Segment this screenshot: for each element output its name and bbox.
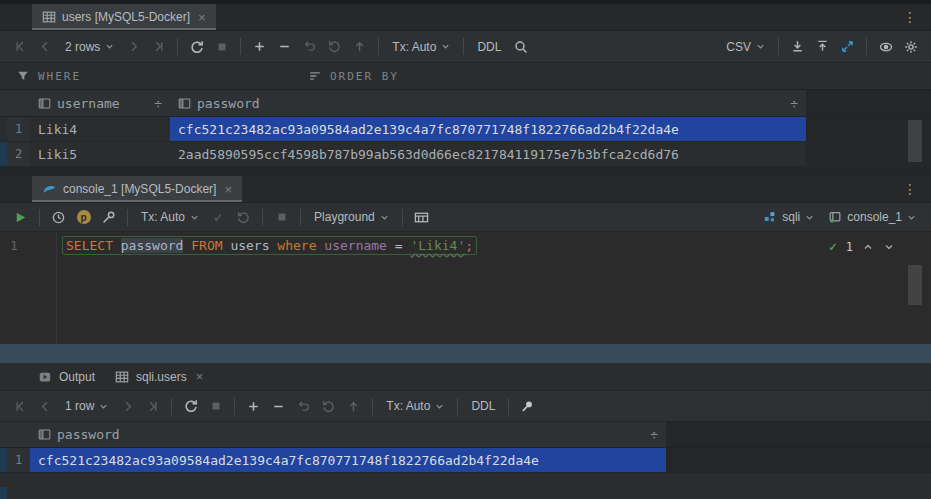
view-options-icon[interactable] [873, 35, 898, 59]
cell-username[interactable]: Liki4 [30, 117, 170, 141]
inspection-widget[interactable]: ✓✓ 1 [829, 239, 895, 254]
row-number[interactable]: 1 [7, 448, 30, 472]
compare-data-icon[interactable] [835, 35, 860, 59]
vertical-scrollbar-thumb[interactable] [908, 265, 922, 305]
close-icon[interactable]: × [196, 370, 204, 383]
prev-problem-chevron-icon[interactable] [862, 241, 874, 253]
column-header-password[interactable]: password ÷ [30, 422, 666, 447]
line-number: 1 [10, 238, 18, 253]
ddl-label: DDL [477, 40, 501, 54]
submit-icon[interactable] [341, 394, 366, 418]
cell-password[interactable]: 2aad5890595ccf4598b787b99ab563d0d66ec821… [170, 142, 806, 166]
stop-icon[interactable] [203, 394, 228, 418]
pin-tab-icon[interactable] [515, 394, 540, 418]
row-marker [0, 487, 7, 499]
row-number[interactable]: 2 [7, 142, 30, 166]
where-filter[interactable]: WHERE [0, 69, 81, 83]
toolbar-separator [463, 38, 464, 55]
stop-icon[interactable] [209, 35, 234, 59]
last-page-button[interactable] [140, 394, 165, 418]
kebab-menu-icon[interactable]: ⋮ [903, 9, 917, 25]
add-row-button[interactable] [241, 394, 266, 418]
ddl-button[interactable]: DDL [464, 394, 502, 418]
sql-token: ; [465, 238, 473, 253]
cell-password-selected[interactable]: cfc521c23482ac93a09584ad2e139c4a7fc87077… [30, 448, 666, 472]
tx-mode-dropdown[interactable]: Tx: Auto [385, 35, 457, 59]
chevron-down-icon [756, 42, 765, 51]
column-label: password [57, 427, 120, 442]
undo-icon[interactable] [291, 394, 316, 418]
revert-icon[interactable] [316, 394, 341, 418]
ddl-button[interactable]: DDL [470, 35, 508, 59]
next-page-button[interactable] [121, 35, 146, 59]
column-header-username[interactable]: username ÷ [30, 90, 170, 116]
next-page-button[interactable] [115, 394, 140, 418]
tab-underline [32, 200, 242, 202]
chevron-down-icon [380, 213, 389, 222]
settings-gear-icon[interactable] [898, 35, 923, 59]
tx-mode-dropdown[interactable]: Tx: Auto [379, 394, 451, 418]
revert-icon[interactable] [322, 35, 347, 59]
tx-mode-label: Tx: Auto [141, 210, 185, 224]
grid-corner[interactable] [0, 90, 30, 116]
undo-icon[interactable] [297, 35, 322, 59]
cell-password-selected[interactable]: cfc521c23482ac93a09584ad2e139c4a7fc87077… [170, 117, 806, 141]
cell-username[interactable]: Liki5 [30, 142, 170, 166]
history-clock-icon[interactable] [46, 205, 71, 229]
schema-dropdown[interactable]: sqli [756, 205, 821, 229]
rows-count-dropdown[interactable]: 2 rows [58, 35, 121, 59]
import-data-icon[interactable] [785, 35, 810, 59]
first-page-button[interactable] [8, 394, 33, 418]
export-format-dropdown[interactable]: CSV [719, 35, 772, 59]
console-toolbar: p Tx: Auto ✓ Playground sqli console_1 [0, 203, 931, 232]
last-page-button[interactable] [146, 35, 171, 59]
chevron-down-icon [105, 42, 114, 51]
first-page-button[interactable] [8, 35, 33, 59]
delete-row-button[interactable] [266, 394, 291, 418]
tab-result-grid[interactable]: sqli.users × [107, 363, 218, 390]
stop-icon[interactable] [269, 205, 294, 229]
close-icon[interactable]: × [198, 11, 206, 24]
kebab-menu-icon[interactable]: ⋮ [903, 181, 917, 197]
console-session-icon [828, 210, 842, 224]
row-marker [0, 142, 7, 166]
tab-output[interactable]: Output [30, 363, 103, 390]
column-icon [178, 97, 191, 110]
parameters-badge-icon[interactable]: p [71, 205, 96, 229]
grid-corner[interactable] [0, 422, 30, 447]
submit-icon[interactable] [347, 35, 372, 59]
reload-data-icon[interactable] [184, 35, 209, 59]
next-problem-chevron-icon[interactable] [883, 241, 895, 253]
where-label: WHERE [38, 70, 81, 83]
output-layout-icon[interactable] [409, 205, 434, 229]
previous-page-button[interactable] [33, 35, 58, 59]
delete-row-button[interactable] [272, 35, 297, 59]
sql-statement: SELECT password FROM users where usernam… [62, 236, 477, 255]
session-dropdown[interactable]: console_1 [821, 205, 923, 229]
run-query-icon[interactable] [8, 205, 33, 229]
rollback-icon[interactable] [231, 205, 256, 229]
rows-count-dropdown[interactable]: 1 row [58, 394, 115, 418]
schema-icon [763, 210, 777, 224]
order-by-filter[interactable]: ORDER BY [308, 69, 399, 83]
reload-data-icon[interactable] [178, 394, 203, 418]
column-label: password [197, 96, 260, 111]
add-row-button[interactable] [247, 35, 272, 59]
close-icon[interactable]: × [224, 183, 232, 196]
vertical-scrollbar-thumb[interactable] [908, 120, 922, 162]
tx-mode-dropdown[interactable]: Tx: Auto [134, 205, 206, 229]
settings-wrench-icon[interactable] [96, 205, 121, 229]
tx-mode-label: Tx: Auto [386, 399, 430, 413]
row-number[interactable]: 1 [7, 117, 30, 141]
search-icon[interactable] [508, 35, 533, 59]
playground-dropdown[interactable]: Playground [307, 205, 396, 229]
previous-page-button[interactable] [33, 394, 58, 418]
ddl-label: DDL [471, 399, 495, 413]
column-header-password[interactable]: password ÷ [170, 90, 806, 116]
code-area[interactable]: SELECT password FROM users where usernam… [57, 232, 931, 344]
commit-check-icon[interactable]: ✓ [206, 205, 231, 229]
tab-console[interactable]: console_1 [MySQL5-Docker] × [32, 176, 242, 202]
export-data-icon[interactable] [810, 35, 835, 59]
tab-users-table[interactable]: users [MySQL5-Docker] × [32, 4, 216, 30]
tab-label: console_1 [MySQL5-Docker] [63, 182, 216, 196]
